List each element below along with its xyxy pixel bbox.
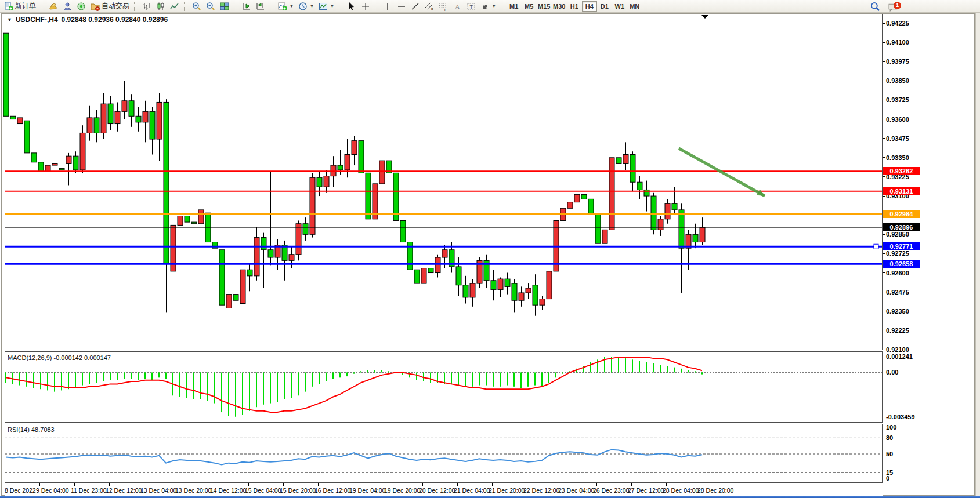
crosshair-button[interactable] <box>359 1 373 12</box>
timeframe-button-MN[interactable]: MN <box>627 1 642 12</box>
horizontal-line-button[interactable] <box>395 1 408 12</box>
macd-histogram-bar <box>479 372 480 385</box>
tile-windows-icon <box>220 2 229 11</box>
indicators-button[interactable]: ▼ <box>276 1 296 12</box>
time-label: 13 Dec 20:00 <box>175 487 211 494</box>
time-tick <box>457 483 458 486</box>
data-window-icon <box>63 2 72 11</box>
equidistant-channel-button[interactable]: E <box>422 1 436 12</box>
cursor-button[interactable] <box>345 1 359 12</box>
fibonacci-button[interactable]: F <box>436 1 450 12</box>
time-axis[interactable]: 8 Dec 20229 Dec 04:0011 Dec 23:0012 Dec … <box>5 483 883 496</box>
macd-histogram-bar <box>681 369 682 373</box>
time-tick <box>109 483 110 486</box>
candle-body <box>498 279 503 290</box>
notifications-button[interactable]: 1 <box>888 1 901 12</box>
candle-body <box>428 268 433 273</box>
timeframe-button-M30[interactable]: M30 <box>552 1 567 12</box>
bar-chart-button[interactable] <box>140 1 154 12</box>
price-tick-label: 0.92100 <box>886 346 927 353</box>
timeframe-button-M5[interactable]: M5 <box>522 1 537 12</box>
vertical-line-button[interactable] <box>381 1 395 12</box>
toolbar-separator <box>234 2 238 11</box>
macd-histogram-bar <box>33 372 34 388</box>
text-button[interactable]: A <box>450 1 464 12</box>
time-label: 15 Dec 04:00 <box>245 487 281 494</box>
chart-shift-marker[interactable] <box>701 15 708 19</box>
macd-histogram-bar <box>472 372 473 386</box>
macd-histogram-bar <box>179 372 180 397</box>
auto-scroll-button[interactable] <box>240 1 254 12</box>
macd-histogram-bar <box>360 371 361 372</box>
arrows-button[interactable]: ▼ <box>478 1 498 12</box>
macd-histogram-bar <box>165 372 167 379</box>
timeframe-button-D1[interactable]: D1 <box>597 1 612 12</box>
tile-windows-button[interactable] <box>218 1 232 12</box>
macd-histogram-bar <box>68 372 69 389</box>
timeframe-button-M15[interactable]: M15 <box>537 1 552 12</box>
macd-histogram-bar <box>207 372 208 401</box>
periods-button[interactable]: ▼ <box>296 1 316 12</box>
candlestick-chart-button[interactable] <box>154 1 168 12</box>
timeframe-button-H4[interactable]: H4 <box>582 1 597 12</box>
line-chart-button[interactable] <box>168 1 182 12</box>
price-tick-dash <box>883 23 885 24</box>
time-label: 8 Dec 2022 <box>5 487 36 494</box>
arrow-annotation[interactable] <box>679 148 765 196</box>
time-label: 14 Dec 12:00 <box>210 487 246 494</box>
time-tick <box>318 483 319 486</box>
macd-histogram-bar <box>40 372 41 389</box>
hline-handle[interactable] <box>874 244 878 249</box>
candle-body <box>73 156 78 170</box>
price-tick-dash <box>883 196 885 197</box>
time-label: 19 Dec 20:00 <box>384 487 420 494</box>
toolbar-separator <box>270 2 274 11</box>
macd-histogram-bar <box>674 368 675 373</box>
macd-histogram-bar <box>639 361 640 373</box>
macd-histogram-bar <box>305 372 306 391</box>
zoom-in-button[interactable] <box>190 1 204 12</box>
macd-histogram-bar <box>416 372 417 380</box>
search-icon[interactable] <box>870 2 880 12</box>
chart-shift-button[interactable] <box>254 1 267 12</box>
auto-scroll-icon <box>242 2 251 11</box>
price-tick-label: 0.92475 <box>886 289 927 296</box>
price-tick-label: 0.93600 <box>886 116 927 123</box>
candle-body <box>359 141 364 173</box>
market-watch-button[interactable] <box>46 1 60 12</box>
candle-body <box>442 250 447 257</box>
zoom-in-icon <box>192 2 201 11</box>
rsi-line <box>6 450 702 465</box>
navigator-button[interactable] <box>74 1 88 12</box>
time-tick <box>283 483 284 486</box>
price-tick-dash <box>883 119 885 119</box>
macd-histogram-bar <box>193 372 194 399</box>
timeframe-button-H1[interactable]: H1 <box>567 1 582 12</box>
window-right-gutter <box>975 13 980 496</box>
new-order-button[interactable]: 新订单 <box>2 1 38 12</box>
data-window-button[interactable] <box>60 1 74 12</box>
autotrading-button[interactable]: 自动交易 <box>88 1 132 12</box>
templates-button[interactable]: ▼ <box>316 1 337 12</box>
candle-body <box>366 173 371 219</box>
macd-histogram-bar <box>625 358 626 372</box>
trendline-button[interactable] <box>408 1 422 12</box>
timeframe-button-W1[interactable]: W1 <box>612 1 627 12</box>
indicators-icon <box>278 2 287 11</box>
timeframe-button-M1[interactable]: M1 <box>507 1 522 12</box>
price-tick-label: 0.93725 <box>886 96 927 103</box>
zoom-out-button[interactable] <box>204 1 218 12</box>
candle-body <box>533 285 538 305</box>
candle-body <box>658 219 663 230</box>
macd-histogram-bar <box>249 372 250 410</box>
text-label-icon: T <box>467 2 476 11</box>
candle-body <box>588 199 594 214</box>
text-label-button[interactable]: T <box>464 1 478 12</box>
candle-body <box>136 116 141 122</box>
candle-body <box>157 102 162 139</box>
macd-histogram-bar <box>493 372 494 386</box>
macd-histogram-bar <box>270 372 271 403</box>
templates-icon <box>319 2 328 11</box>
macd-histogram-bar <box>701 372 703 374</box>
collapse-chart-icon[interactable]: ▼ <box>7 17 12 23</box>
